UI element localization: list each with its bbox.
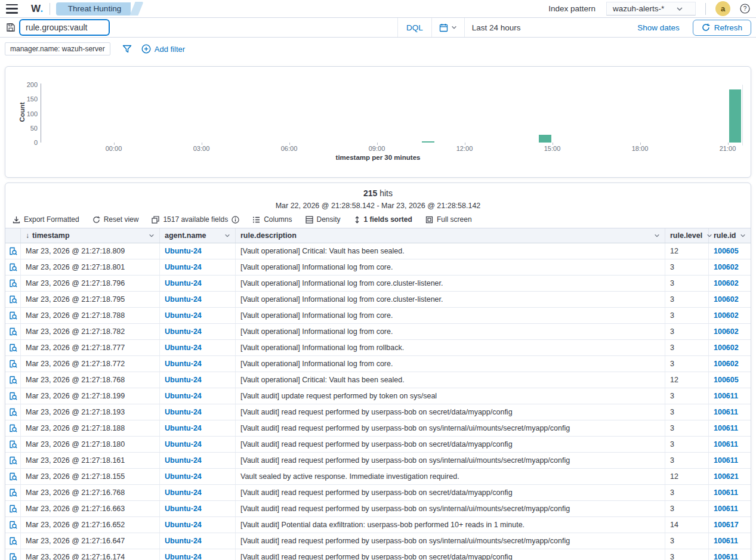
header-timestamp[interactable]: ↓ timestamp bbox=[21, 228, 160, 243]
rule-id-link[interactable]: 100611 bbox=[714, 440, 738, 448]
agent-name-link[interactable]: Ubuntu-24 bbox=[165, 472, 202, 481]
menu-icon[interactable] bbox=[6, 4, 18, 14]
expand-document-icon[interactable] bbox=[9, 408, 17, 416]
add-filter-button[interactable]: Add filter bbox=[141, 44, 185, 54]
rule-id-link[interactable]: 100602 bbox=[714, 360, 739, 368]
header-agent-name[interactable]: agent.name bbox=[160, 228, 236, 243]
expand-document-icon[interactable] bbox=[9, 424, 17, 432]
histogram-bar[interactable] bbox=[539, 135, 551, 143]
datepicker-calendar-button[interactable] bbox=[431, 18, 465, 37]
export-formatted-button[interactable]: Export Formatted bbox=[13, 215, 79, 224]
expand-document-icon[interactable] bbox=[9, 456, 17, 465]
expand-document-icon[interactable] bbox=[9, 360, 17, 368]
rule-id-link[interactable]: 100605 bbox=[714, 376, 739, 384]
agent-name-link[interactable]: Ubuntu-24 bbox=[165, 376, 202, 384]
dql-button[interactable]: DQL bbox=[397, 18, 431, 37]
rule-id-link[interactable]: 100611 bbox=[714, 456, 738, 465]
expand-document-icon[interactable] bbox=[9, 344, 17, 352]
full-screen-button[interactable]: Full screen bbox=[425, 215, 472, 224]
expand-document-icon[interactable] bbox=[9, 279, 17, 287]
header-rule-description[interactable]: rule.description bbox=[236, 228, 665, 243]
expand-document-icon[interactable] bbox=[9, 376, 17, 384]
agent-name-link[interactable]: Ubuntu-24 bbox=[165, 553, 202, 560]
agent-name-link[interactable]: Ubuntu-24 bbox=[165, 505, 202, 513]
expand-document-icon[interactable] bbox=[9, 327, 17, 336]
histogram-bar[interactable] bbox=[729, 89, 742, 143]
cell-rule-description: [Vault audit] Potential data exfiltratio… bbox=[236, 517, 665, 533]
rule-id-link[interactable]: 100617 bbox=[714, 521, 739, 529]
rule-id-link[interactable]: 100602 bbox=[714, 311, 739, 320]
agent-name-link[interactable]: Ubuntu-24 bbox=[165, 295, 202, 304]
rule-id-link[interactable]: 100602 bbox=[714, 279, 739, 287]
agent-name-link[interactable]: Ubuntu-24 bbox=[165, 488, 202, 497]
chevron-down-icon[interactable] bbox=[740, 233, 746, 239]
filter-pill-manager-name[interactable]: manager.name: wazuh-server bbox=[5, 42, 110, 55]
expand-document-icon[interactable] bbox=[9, 521, 17, 529]
agent-name-link[interactable]: Ubuntu-24 bbox=[165, 424, 202, 432]
header-rule-id[interactable]: rule.id bbox=[709, 228, 751, 243]
refresh-button[interactable]: Refresh bbox=[693, 20, 751, 36]
chevron-down-icon[interactable] bbox=[224, 233, 230, 239]
expand-document-icon[interactable] bbox=[9, 392, 17, 400]
rule-id-link[interactable]: 100602 bbox=[714, 295, 739, 304]
density-button[interactable]: Density bbox=[306, 215, 341, 224]
agent-name-link[interactable]: Ubuntu-24 bbox=[165, 360, 202, 368]
index-pattern-select[interactable]: wazuh-alerts-* bbox=[606, 2, 696, 16]
time-range-display[interactable]: Last 24 hours Show dates bbox=[465, 23, 687, 32]
rule-id-link[interactable]: 100611 bbox=[714, 553, 738, 560]
rule-id-link[interactable]: 100611 bbox=[714, 424, 738, 432]
expand-document-icon[interactable] bbox=[9, 488, 17, 497]
agent-name-link[interactable]: Ubuntu-24 bbox=[165, 440, 202, 448]
query-bar: DQL Last 24 hours Show dates Refresh bbox=[0, 18, 756, 38]
show-dates-link[interactable]: Show dates bbox=[637, 23, 680, 32]
filter-funnel-icon[interactable] bbox=[122, 44, 132, 54]
wazuh-logo[interactable]: W. bbox=[31, 3, 44, 15]
agent-name-link[interactable]: Ubuntu-24 bbox=[165, 537, 202, 545]
rule-id-link[interactable]: 100611 bbox=[714, 505, 738, 513]
agent-name-link[interactable]: Ubuntu-24 bbox=[165, 327, 202, 336]
search-query-input[interactable] bbox=[19, 19, 110, 36]
expand-document-icon[interactable] bbox=[9, 553, 17, 560]
agent-name-link[interactable]: Ubuntu-24 bbox=[165, 521, 202, 529]
agent-name-link[interactable]: Ubuntu-24 bbox=[165, 311, 202, 320]
chevron-down-icon[interactable] bbox=[654, 233, 660, 239]
available-fields-button[interactable]: 1517 available fields bbox=[152, 215, 239, 224]
rule-id-link[interactable]: 100611 bbox=[714, 392, 738, 400]
expand-document-icon[interactable] bbox=[9, 295, 17, 304]
cell-timestamp: Mar 23, 2026 @ 21:27:18.796 bbox=[21, 276, 160, 291]
agent-name-link[interactable]: Ubuntu-24 bbox=[165, 263, 202, 271]
agent-name-link[interactable]: Ubuntu-24 bbox=[165, 392, 202, 400]
header-rule-level[interactable]: rule.level bbox=[665, 228, 709, 243]
agent-name-link[interactable]: Ubuntu-24 bbox=[165, 408, 202, 416]
breadcrumb[interactable]: Threat Hunting bbox=[56, 2, 141, 16]
help-icon[interactable]: ? bbox=[740, 4, 750, 14]
agent-name-link[interactable]: Ubuntu-24 bbox=[165, 344, 202, 352]
rule-id-link[interactable]: 100611 bbox=[714, 537, 738, 545]
rule-id-link[interactable]: 100611 bbox=[714, 408, 738, 416]
expand-document-icon[interactable] bbox=[9, 247, 17, 255]
expand-document-icon[interactable] bbox=[9, 311, 17, 320]
histogram-bar[interactable] bbox=[422, 141, 434, 143]
chevron-down-icon[interactable] bbox=[149, 233, 155, 239]
expand-document-icon[interactable] bbox=[9, 263, 17, 271]
rule-id-link[interactable]: 100602 bbox=[714, 344, 739, 352]
expand-document-icon[interactable] bbox=[9, 440, 17, 448]
expand-document-icon[interactable] bbox=[9, 537, 17, 545]
reset-view-button[interactable]: Reset view bbox=[92, 215, 139, 224]
fields-sorted-button[interactable]: 1 fields sorted bbox=[354, 215, 412, 224]
rule-id-link[interactable]: 100605 bbox=[714, 247, 739, 255]
rule-id-link[interactable]: 100602 bbox=[714, 327, 739, 336]
agent-name-link[interactable]: Ubuntu-24 bbox=[165, 456, 202, 465]
rule-id-link[interactable]: 100621 bbox=[714, 472, 739, 481]
cell-rule-level: 12 bbox=[665, 372, 709, 388]
save-query-icon[interactable] bbox=[4, 21, 18, 33]
expand-document-icon[interactable] bbox=[9, 505, 17, 513]
agent-name-link[interactable]: Ubuntu-24 bbox=[165, 279, 202, 287]
rule-id-link[interactable]: 100611 bbox=[714, 488, 738, 497]
columns-button[interactable]: Columns bbox=[252, 215, 292, 224]
rule-id-link[interactable]: 100602 bbox=[714, 263, 739, 271]
expand-document-icon[interactable] bbox=[9, 472, 17, 481]
agent-name-link[interactable]: Ubuntu-24 bbox=[165, 247, 202, 255]
breadcrumb-tail bbox=[130, 2, 144, 16]
avatar[interactable]: a bbox=[715, 1, 730, 16]
